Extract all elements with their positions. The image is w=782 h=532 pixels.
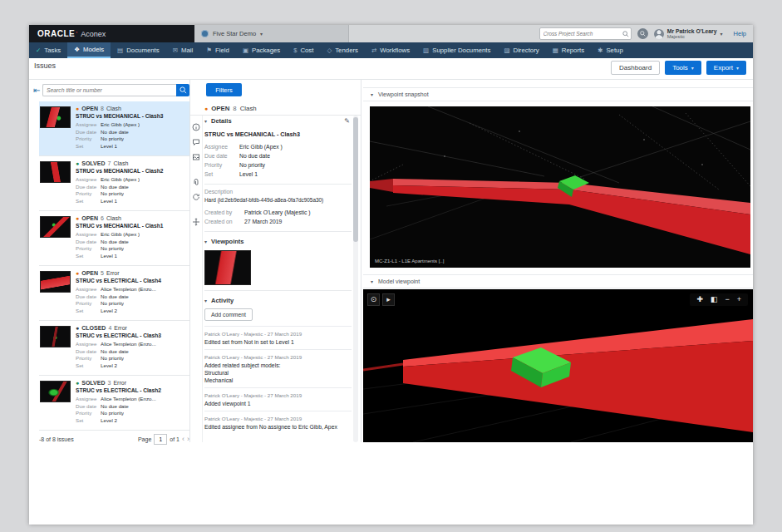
issue-search-button[interactable] — [176, 84, 189, 96]
scrollbar-thumb[interactable] — [353, 117, 358, 242]
viewpoint-snapshot-header[interactable]: ▾ Viewpoint snapshot — [363, 87, 753, 101]
field-value: No due date — [101, 293, 129, 301]
section-contrast-icon[interactable]: ◧ — [711, 295, 718, 304]
edit-pencil-icon[interactable]: ✎ — [344, 117, 350, 125]
nav-label: Tasks — [44, 47, 61, 54]
nav-tasks[interactable]: ✓Tasks — [29, 42, 67, 58]
field-value: No priority — [239, 160, 265, 170]
issue-thumbnail — [40, 326, 71, 347]
zoom-out-icon[interactable]: − — [725, 295, 729, 304]
zoom-in-icon[interactable]: + — [737, 295, 741, 304]
field-value: Alice Templeton (Enzo... — [101, 341, 156, 348]
field-value: Alice Templeton (Enzo... — [101, 396, 156, 403]
nav-label: Tenders — [335, 47, 358, 54]
filters-button[interactable]: Filters — [206, 83, 242, 96]
page-label: Page — [138, 436, 151, 442]
dashboard-button[interactable]: Dashboard — [611, 61, 660, 75]
nav-reports[interactable]: ▦Reports — [546, 42, 591, 58]
model-viewpoint-title: Model viewpoint — [378, 278, 420, 284]
panel-divider — [361, 80, 361, 442]
add-comment-button[interactable]: Add comment — [204, 308, 253, 321]
issue-type: Error — [114, 325, 127, 331]
model-viewpoint-viewer[interactable]: ⊙ ▸ ✚ ◧ − + — [363, 289, 753, 442]
setup-icon: ✱ — [598, 47, 602, 54]
field-value: Patrick O'Leary (Majestic ) — [244, 208, 310, 217]
history-icon[interactable] — [192, 193, 200, 201]
user-menu[interactable]: Mr Patrick O'Leary Majestic ▾ — [654, 28, 723, 39]
field-value: No due date — [101, 348, 129, 356]
nav-models[interactable]: ❖Models — [67, 42, 111, 58]
scrollbar-track[interactable] — [353, 116, 358, 442]
cross-project-search-input[interactable] — [539, 27, 632, 40]
issue-title: STRUC vs ELECTRICAL - Clash3 — [76, 332, 185, 338]
nav-workflows[interactable]: ⇄Workflows — [365, 42, 416, 58]
activity-entry: Patrick O'Leary - Majestic - 27 March 20… — [204, 411, 352, 434]
issue-list-item[interactable]: ●OPEN8Clash STRUC vs MECHANICAL - Clash3… — [39, 101, 189, 156]
status-badge: CLOSED — [81, 325, 106, 331]
info-icon[interactable] — [192, 123, 200, 131]
page-actions: Dashboard Tools▾ Export▾ — [611, 61, 746, 75]
viewpoint-thumbnail[interactable] — [204, 250, 251, 285]
status-badge: SOLVED — [81, 380, 105, 386]
nav-directory[interactable]: ▨Directory — [497, 42, 545, 58]
supplier-documents-icon: ▥ — [423, 47, 429, 54]
nav-packages[interactable]: ▣Packages — [236, 42, 287, 58]
field-label: Set — [76, 417, 101, 425]
help-link[interactable]: Help — [734, 30, 746, 37]
issue-list-item[interactable]: ●SOLVED7Clash STRUC vs MECHANICAL - Clas… — [39, 156, 189, 211]
previous-page-icon[interactable]: ‹ — [182, 435, 184, 443]
status-dot: ● — [76, 106, 79, 111]
detail-issue-title: STRUC vs MECHANICAL - Clash3 — [204, 131, 352, 138]
field-label: Due date — [76, 348, 101, 356]
status-dot: ● — [204, 106, 208, 111]
status-dot: ● — [76, 160, 79, 166]
nav-documents[interactable]: ▤Documents — [111, 42, 166, 58]
issue-list-item[interactable]: ●OPEN5Error STRUC vs ELECTRICAL - Clash4… — [39, 266, 189, 321]
pagination: Page of 1 ‹ › — [138, 434, 189, 445]
image-icon[interactable] — [192, 153, 200, 161]
export-button[interactable]: Export▾ — [706, 61, 746, 75]
divider — [204, 290, 352, 291]
comment-icon[interactable] — [192, 138, 200, 146]
issue-list-item[interactable]: ●CLOSED4Error STRUC vs ELECTRICAL - Clas… — [39, 321, 189, 376]
attachment-icon[interactable] — [192, 178, 200, 186]
nav-mail[interactable]: ✉Mail — [166, 42, 200, 58]
move-icon[interactable] — [192, 218, 200, 226]
visibility-eye-icon[interactable]: ⊙ — [367, 293, 380, 306]
tools-button[interactable]: Tools▾ — [665, 61, 701, 75]
field-value: Level 2 — [101, 362, 117, 370]
nav-tenders[interactable]: ◇Tenders — [320, 42, 365, 58]
user-name: Mr Patrick O'Leary — [667, 28, 717, 34]
nav-field[interactable]: ⚑Field — [199, 42, 236, 58]
field-label: Assignee — [76, 176, 101, 184]
chevron-down-icon[interactable]: ▾ — [204, 118, 207, 124]
chevron-down-icon[interactable]: ▾ — [204, 239, 207, 244]
field-label: Set — [76, 198, 101, 205]
field-flag-icon: ⚑ — [206, 47, 212, 54]
project-selector[interactable]: Five Star Demo ▾ — [194, 25, 349, 42]
global-search-icon[interactable] — [637, 28, 648, 39]
issue-list-item[interactable]: ●SOLVED3Error STRUC vs ELECTRICAL - Clas… — [39, 376, 189, 431]
nav-setup[interactable]: ✱Setup — [591, 42, 630, 58]
collapse-panel-icon[interactable]: ⇤ — [32, 85, 42, 96]
nav-cost[interactable]: $Cost — [287, 42, 320, 58]
model-viewpoint-header[interactable]: ▾ Model viewpoint — [363, 274, 753, 288]
field-value: Level 2 — [101, 417, 117, 425]
model-3d-view[interactable] — [363, 289, 753, 442]
issue-number: 3 — [108, 380, 111, 386]
page-number-input[interactable] — [154, 434, 167, 445]
status-dot: ● — [76, 325, 79, 331]
expand-toolbar-icon[interactable]: ▸ — [382, 293, 395, 306]
page-of-label: of 1 — [170, 436, 180, 442]
chevron-down-icon[interactable]: ▾ — [204, 298, 207, 303]
viewer-toolbar-left: ⊙ ▸ — [367, 293, 395, 306]
field-label: Assignee — [76, 121, 101, 129]
aconex-wordmark: Aconex — [81, 30, 106, 38]
pan-icon[interactable]: ✚ — [696, 295, 703, 304]
issue-search-input[interactable] — [42, 84, 176, 96]
nav-supplier-documents[interactable]: ▥Supplier Documents — [416, 42, 497, 58]
search-icon[interactable] — [622, 31, 629, 37]
status-badge: OPEN — [81, 106, 98, 111]
viewpoint-snapshot-image: MC-Z1-L1 - L1E Apartments [..] — [370, 106, 750, 268]
issue-list-item[interactable]: ●OPEN6Clash STRUC vs MECHANICAL - Clash1… — [39, 211, 189, 266]
